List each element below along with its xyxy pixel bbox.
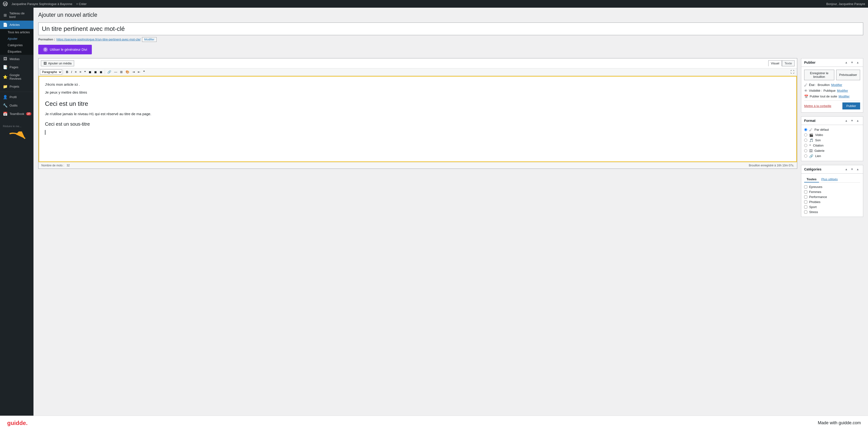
cursor-line [45, 130, 790, 137]
align-left-button[interactable]: ◼ [88, 69, 93, 75]
tab-text[interactable]: Texte [782, 60, 795, 66]
quote2-button[interactable]: ❞ [142, 69, 146, 75]
cat-item-femmes[interactable]: Femmes [804, 190, 860, 194]
bold-button[interactable]: B [65, 69, 69, 75]
format-option-quote[interactable]: ❝ Citation [804, 144, 860, 147]
format-box-down[interactable]: ▼ [849, 118, 855, 123]
save-draft-button[interactable]: Enregistrer le brouillon [804, 70, 834, 80]
google-reviews-icon: ⭐ [3, 75, 8, 79]
format-radio-link[interactable] [804, 154, 807, 157]
categories-box-toggle[interactable]: ▲ [855, 167, 860, 171]
create-button[interactable]: + Créer [76, 2, 87, 6]
sidebar-reduce-button[interactable]: Réduire le me... [0, 123, 33, 130]
cat-checkbox-sport[interactable] [804, 205, 807, 208]
cat-checkbox-femmes[interactable] [804, 190, 807, 194]
bullet-list-button[interactable]: ≡ [74, 69, 78, 75]
format-radio-gallery[interactable] [804, 149, 807, 152]
medias-icon: 🖼 [3, 57, 8, 61]
format-option-audio[interactable]: 🎵 Son [804, 138, 860, 142]
divi-icon: D [43, 47, 48, 52]
sidebar-item-pages[interactable]: 📑 Pages [0, 63, 33, 71]
publish-box-collapse-up[interactable]: ▲ [844, 60, 849, 65]
content-h2: Ceci est un titre [45, 98, 790, 109]
wp-logo-icon[interactable] [3, 1, 8, 6]
align-center-button[interactable]: ◼ [93, 69, 98, 75]
format-select[interactable]: Paragraphe [40, 69, 62, 75]
blockquote-button[interactable]: ❝ [83, 69, 87, 75]
categories-box-down[interactable]: ▼ [849, 167, 855, 171]
toolbar-expand-button[interactable]: ⛶ [789, 69, 796, 75]
editor-toolbar: Paragraphe B I ≡ ≡ ❝ ◼ ◼ ◼ 🔗 [38, 68, 797, 76]
cat-tab-all[interactable]: Toutes [804, 176, 819, 182]
cat-checkbox-epreuves[interactable] [804, 185, 807, 189]
divi-builder-button[interactable]: D Utiliser le générateur Divi [38, 45, 92, 54]
sidebar-item-outils[interactable]: 🔧 Outils [0, 101, 33, 110]
format-option-gallery[interactable]: 🖼 Galerie [804, 149, 860, 153]
sidebar-item-all-articles[interactable]: Tous les articles [0, 29, 33, 35]
cat-item-epreuves[interactable]: Epreuves [804, 185, 860, 189]
cat-checkbox-stress[interactable] [804, 210, 807, 213]
trash-link[interactable]: Mettre à la corbeille [804, 104, 831, 108]
format-option-video[interactable]: 🎬 Vidéo [804, 133, 860, 137]
publish-button[interactable]: Publier [842, 103, 860, 109]
content-h3: Ceci est un sous-titre [45, 120, 790, 128]
categories-box-up[interactable]: ▲ [844, 167, 849, 171]
format-box: Format ▲ ▼ ▲ 🖊 [801, 116, 863, 161]
add-media-button[interactable]: 🖼 Ajouter un média [41, 60, 74, 66]
format-radio-standard[interactable] [804, 128, 807, 131]
sidebar-item-teambook[interactable]: 📅 TeamBook 27 [0, 110, 33, 118]
permalink-url[interactable]: https://parayre-sophrologue.fr/un-titre-… [56, 37, 141, 41]
format-option-standard[interactable]: 🖊 Par défaut [804, 128, 860, 132]
table-button[interactable]: ⊞ [119, 69, 124, 75]
format-box-header: Format ▲ ▼ ▲ [801, 117, 863, 125]
format-box-toggle[interactable]: ▲ [855, 118, 860, 123]
color-button[interactable]: 🎨 [124, 69, 130, 75]
sidebar-item-profil[interactable]: 👤 Profil [0, 93, 33, 101]
status-modify-link[interactable]: Modifier [831, 83, 842, 87]
cat-tab-recent[interactable]: Plus utilisés [819, 176, 840, 182]
cat-checkbox-phobies[interactable] [804, 200, 807, 203]
align-right-button[interactable]: ◼ [98, 69, 103, 75]
format-option-link[interactable]: 🔗 Lien [804, 154, 860, 158]
sidebar-item-categories[interactable]: Catégories [0, 42, 33, 48]
italic-button[interactable]: I [70, 69, 73, 75]
format-icon-link: 🔗 [809, 154, 813, 158]
format-radio-quote[interactable] [804, 144, 807, 147]
tab-visual[interactable]: Visuel [768, 60, 782, 66]
link-button[interactable]: 🔗 [106, 69, 113, 75]
permalink-edit-button[interactable]: Modifier [142, 37, 157, 42]
publish-box-header: Publier ▲ ▼ ▲ [801, 58, 863, 67]
site-name[interactable]: Jacqueline Parayre Sophrologue à Bayonne [11, 2, 72, 6]
text-cursor [45, 130, 45, 135]
publish-box-toggle[interactable]: ▲ [855, 60, 860, 65]
sidebar-item-medias[interactable]: 🖼 Médias [0, 55, 33, 63]
cat-checkbox-performance[interactable] [804, 195, 807, 199]
cat-item-stress[interactable]: Stress [804, 210, 860, 214]
visibility-modify-link[interactable]: Modifier [837, 89, 848, 92]
publish-box-collapse-down[interactable]: ▼ [849, 60, 855, 65]
sidebar-item-etiquettes[interactable]: Étiquettes [0, 48, 33, 55]
format-radio-audio[interactable] [804, 139, 807, 142]
sidebar-item-articles[interactable]: 📄 Articles [0, 21, 33, 29]
indent-button[interactable]: ⇥ [131, 69, 136, 75]
cat-item-performance[interactable]: Performance [804, 195, 860, 199]
more-button[interactable]: — [113, 69, 118, 75]
sidebar-item-add[interactable]: Ajouter [0, 35, 33, 42]
outdent-button[interactable]: ⇤ [136, 69, 142, 75]
format-radio-video[interactable] [804, 133, 807, 137]
publish-date-modify-link[interactable]: Modifier [839, 94, 849, 98]
sidebar-item-dashboard[interactable]: ⊞ Tableau de bord [0, 9, 33, 21]
view-tabs: Visuel Texte [768, 60, 795, 66]
format-box-up[interactable]: ▲ [844, 118, 849, 123]
number-list-button[interactable]: ≡ [79, 69, 83, 75]
cat-item-sport[interactable]: Sport [804, 205, 860, 209]
cat-item-phobies[interactable]: Phobies [804, 200, 860, 204]
post-title-input[interactable] [38, 23, 863, 35]
sidebar-item-projets[interactable]: 📁 Projets [0, 82, 33, 91]
wordcount-value: 32 [66, 164, 70, 167]
editor-content-area[interactable]: J'écris mon article ici . Je peux y mett… [38, 76, 797, 162]
format-box-body: 🖊 Par défaut 🎬 Vidéo [801, 125, 863, 161]
preview-button[interactable]: Prévisualiser [836, 70, 860, 80]
sidebar-item-google-reviews[interactable]: ⭐ Google Reviews [0, 71, 33, 82]
postbox-container: Publier ▲ ▼ ▲ Enregistrer le brouillon P… [801, 58, 863, 221]
